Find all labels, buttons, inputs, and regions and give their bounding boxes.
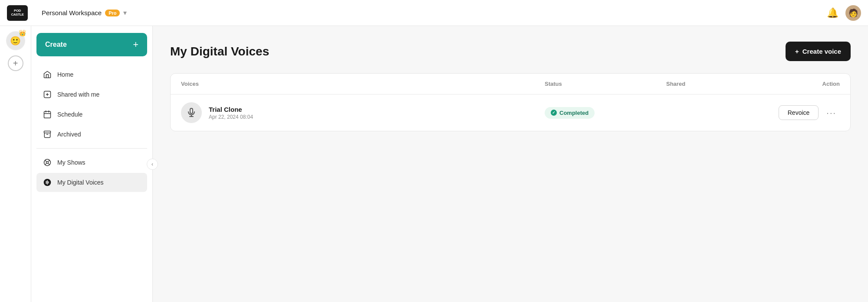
col-header-voices: Voices (181, 81, 545, 87)
svg-rect-6 (46, 181, 47, 184)
sidebar-item-schedule[interactable]: Schedule (36, 105, 147, 124)
main-content: My Digital Voices + Create voice Voices … (153, 26, 868, 302)
status-label: Completed (559, 110, 589, 116)
svg-rect-9 (190, 108, 193, 114)
sidebar-item-mydigitalvoices-label: My Digital Voices (57, 179, 104, 186)
sidebar-item-myshows-label: My Shows (57, 159, 85, 166)
voice-name: Trial Clone (209, 106, 253, 113)
table-row: Trial Clone Apr 22, 2024 08:04 ✓ Complet… (171, 94, 850, 131)
sidebar-item-shared-label: Shared with me (57, 91, 99, 98)
archived-icon (43, 130, 52, 139)
notification-bell-icon[interactable]: 🔔 (827, 7, 838, 19)
sidebar-item-schedule-label: Schedule (57, 111, 82, 118)
home-icon (43, 70, 52, 79)
create-voice-plus-icon: + (795, 48, 799, 55)
create-button-plus-icon: + (133, 39, 138, 50)
svg-rect-2 (44, 131, 51, 133)
action-cell: Revoice ··· (753, 105, 840, 120)
svg-rect-8 (48, 182, 49, 184)
status-badge: ✓ Completed (545, 107, 595, 119)
sidebar-item-myshows[interactable]: My Shows (36, 153, 147, 172)
add-workspace-button[interactable]: + (8, 55, 23, 71)
workspace-name: Personal Workspace (42, 9, 102, 16)
sidebar-collapse-button[interactable]: ‹ (147, 159, 158, 170)
user-avatar[interactable]: 🧑 (845, 5, 861, 21)
col-header-shared: Shared (666, 81, 753, 87)
voice-date: Apr 22, 2024 08:04 (209, 114, 253, 120)
svg-point-4 (46, 162, 49, 164)
sidebar-item-shared[interactable]: Shared with me (36, 85, 147, 104)
topbar-right: 🔔 🧑 (827, 5, 861, 21)
sidebar: Create + Home (31, 26, 153, 302)
col-header-status: Status (545, 81, 666, 87)
icon-bar: 🙂 👑 + (0, 26, 31, 302)
pro-badge: Pro (105, 10, 120, 16)
create-button-label: Create (45, 41, 67, 49)
voices-table: Voices Status Shared Action (170, 73, 851, 131)
topbar: PODCASTLE Personal Workspace Pro ▾ 🔔 🧑 (0, 0, 868, 26)
workspace-avatar-icon[interactable]: 🙂 👑 (6, 31, 25, 50)
workspace-dropdown-icon[interactable]: ▾ (123, 9, 127, 17)
more-options-button[interactable]: ··· (823, 106, 840, 120)
main-layout: 🙂 👑 + Create + Home (0, 26, 868, 302)
podcastle-logo: PODCASTLE (7, 5, 28, 21)
status-dot-icon: ✓ (551, 110, 557, 116)
svg-rect-1 (44, 111, 51, 118)
create-voice-button-label: Create voice (802, 48, 841, 55)
revoice-button[interactable]: Revoice (779, 105, 819, 120)
page-header: My Digital Voices + Create voice (170, 42, 851, 61)
mydigitalvoices-icon (43, 178, 52, 187)
myshows-icon (43, 158, 52, 167)
sidebar-item-home-label: Home (57, 71, 73, 78)
nav-divider (36, 148, 147, 149)
col-header-action: Action (753, 81, 840, 87)
voice-info: Trial Clone Apr 22, 2024 08:04 (209, 106, 253, 120)
page-title: My Digital Voices (170, 45, 269, 58)
voice-avatar-icon (181, 102, 202, 123)
status-cell: ✓ Completed (545, 107, 666, 119)
workspace-info: Personal Workspace Pro ▾ (42, 9, 827, 17)
sidebar-item-mydigitalvoices[interactable]: My Digital Voices (36, 173, 147, 192)
crown-badge-icon: 👑 (19, 29, 26, 36)
voice-cell: Trial Clone Apr 22, 2024 08:04 (181, 102, 545, 123)
logo-area: PODCASTLE (7, 5, 42, 21)
shared-icon (43, 90, 52, 99)
schedule-icon (43, 110, 52, 119)
svg-rect-7 (47, 180, 48, 185)
primary-nav: Home Shared with me (36, 65, 147, 144)
create-voice-button[interactable]: + Create voice (786, 42, 851, 61)
table-header: Voices Status Shared Action (171, 74, 850, 94)
sidebar-item-home[interactable]: Home (36, 65, 147, 84)
sidebar-item-archived[interactable]: Archived (36, 125, 147, 144)
create-button[interactable]: Create + (36, 33, 147, 56)
secondary-nav: My Shows My Digital Voices (36, 153, 147, 192)
sidebar-item-archived-label: Archived (57, 131, 81, 138)
